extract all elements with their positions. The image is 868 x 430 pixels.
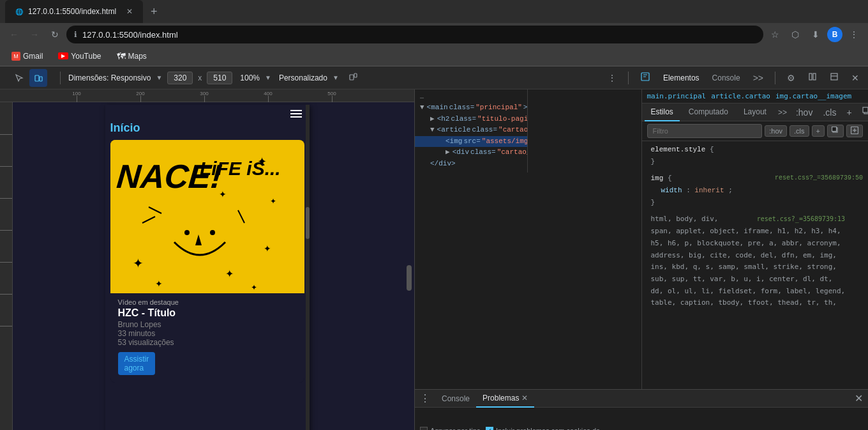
tab-layout[interactable]: Layout [737, 104, 773, 121]
svg-rect-1 [40, 77, 42, 81]
bookmark-maps[interactable]: 🗺 Maps [113, 50, 151, 63]
inspector-icons [5, 69, 52, 87]
new-rule-button-2[interactable] [846, 125, 863, 137]
inspect-element-button[interactable] [10, 69, 28, 87]
maps-label: Maps [128, 52, 147, 61]
tree-line-h2[interactable]: ▶ <h2 class= "titulo-pagina" > Início </… [415, 114, 527, 125]
reload-button[interactable]: ↻ [46, 26, 64, 43]
styles-panel-container: main.principal article.cartao img.cartao… [641, 89, 869, 389]
address-bar[interactable]: ℹ 127.0.0.1:5500/index.html [66, 26, 763, 43]
width-value[interactable]: 320 [167, 72, 193, 84]
forward-button[interactable]: → [26, 26, 43, 43]
filter-input[interactable] [647, 124, 763, 138]
device-scrollbar-thumb[interactable] [306, 207, 310, 239]
console-close-button[interactable]: ✕ [855, 392, 863, 404]
extension-button[interactable]: ⬡ [786, 26, 804, 43]
ruler-mark-400 [268, 96, 269, 102]
card-views: 53 visualizações [118, 338, 297, 347]
devtools-dock-button[interactable] [826, 71, 842, 84]
tree-line-main[interactable]: ▼ <main class= "principal" > [415, 102, 527, 114]
bookmarks-bar: M Gmail ▶ YouTube 🗺 Maps [0, 46, 868, 66]
devtools-vertical-button[interactable] [804, 71, 821, 84]
device-frame: Início NACE! [105, 105, 310, 430]
svg-rect-3 [354, 73, 357, 77]
tree-attr-name-main: class= [449, 102, 475, 114]
tab-estilos[interactable]: Estilos [645, 104, 680, 121]
rotate-button[interactable] [344, 70, 362, 85]
hamburger-icon[interactable] [290, 110, 302, 118]
lock-icon: ℹ [74, 30, 77, 39]
svg-text:✦: ✦ [225, 268, 234, 279]
tab-problemas[interactable]: Problemas ✕ [476, 390, 534, 408]
tree-tag-main: <main [427, 102, 448, 114]
browser-tab[interactable]: 🌐 127.0.0.1:5500/index.html ✕ [5, 0, 143, 23]
agrupar-checkbox[interactable] [420, 427, 428, 431]
ruler-mark-300 [204, 96, 205, 102]
new-tab-button[interactable]: + [146, 5, 163, 19]
incluir-label: Incluir problemas com cookies de [496, 427, 600, 431]
devtools-main: … ▼ <main class= "principal" > ▶ <h2 cla… [415, 89, 868, 389]
checkbox-incluir[interactable]: ✓ Incluir problemas com cookies de [486, 427, 600, 431]
bookmark-youtube[interactable]: ▶ YouTube [54, 50, 105, 62]
cls-button[interactable]: .cls [819, 105, 840, 119]
devtools-settings-button[interactable]: ⚙ [783, 72, 799, 84]
device-toolbar-button[interactable] [29, 69, 47, 87]
devtools-more-tabs[interactable]: >> [749, 72, 767, 84]
tab-close[interactable]: ✕ [126, 7, 133, 16]
devtools-close-button[interactable]: ✕ [848, 72, 863, 84]
tab-more-styles[interactable]: >> [775, 108, 789, 117]
star-button[interactable]: ☆ [766, 26, 784, 43]
bc-item-img[interactable]: img.cartao__imagem [775, 92, 851, 100]
devtools-more-button[interactable]: ⋮ [604, 72, 620, 84]
ruler-horizontal: 100 200 300 400 500 [0, 89, 414, 102]
gmail-icon: M [11, 52, 20, 61]
tree-line-article[interactable]: ▼ <article class= "cartao" > [415, 125, 527, 136]
ruler-label-500: 500 [327, 91, 336, 96]
svg-text:✦: ✦ [257, 155, 267, 168]
bc-item-article[interactable]: article.cartao [711, 92, 770, 100]
custom-label: Personalizado [279, 73, 327, 82]
bookmark-gmail[interactable]: M Gmail [8, 50, 47, 62]
devtools-console-tab-text[interactable]: Console [708, 72, 744, 84]
copy-style-button[interactable] [858, 105, 868, 119]
page-titulo: Início [110, 121, 304, 135]
tree-arrow-main[interactable]: ▼ [420, 102, 424, 114]
svg-rect-5 [809, 73, 812, 80]
tree-line-close-div: </div> [415, 158, 527, 170]
tree-attr-val-main: "principal" [475, 102, 522, 114]
add-filter-button[interactable]: + [812, 125, 825, 137]
tab-console[interactable]: Console [435, 390, 476, 408]
bc-item-main[interactable]: main.principal [647, 92, 707, 100]
svg-rect-7 [831, 73, 837, 80]
cls-filter-button[interactable]: .cls [789, 125, 809, 137]
incluir-checkbox[interactable]: ✓ [486, 427, 493, 431]
tree-line-div[interactable]: ▶ <div class= "cartao__conteudo" > … </d… [415, 147, 527, 158]
back-button[interactable]: ← [5, 26, 23, 43]
hover-button[interactable]: :hov [792, 105, 816, 119]
tree-line-img[interactable]: <img src= "assets/img/banner-mobile_1.p … [415, 136, 527, 148]
css-rules: element.style { } img { reset.css?_=3568… [642, 141, 869, 389]
height-value[interactable]: 510 [207, 72, 232, 84]
svg-text:✦: ✦ [155, 279, 163, 289]
resize-handle[interactable] [407, 265, 412, 291]
chrome-menu-button[interactable]: ⋮ [845, 26, 863, 43]
svg-text:✦: ✦ [270, 197, 276, 206]
download-button[interactable]: ⬇ [807, 26, 825, 43]
devtools-elements-tab-text[interactable]: Elementos [659, 72, 703, 84]
youtube-icon: ▶ [58, 52, 68, 59]
copy-computed-button[interactable] [827, 125, 844, 137]
css-rule-element-style: element.style { } [647, 144, 864, 167]
card-button[interactable]: Assistiragora [118, 352, 156, 375]
profile-button[interactable]: B [827, 27, 842, 42]
hover-filter-button[interactable]: :hov [765, 125, 787, 137]
devtools-elements-tab[interactable] [636, 70, 654, 85]
youtube-label: YouTube [71, 52, 101, 61]
console-tabs-bar: ⋮ Console Problemas ✕ ✕ [415, 390, 868, 408]
problemas-close[interactable]: ✕ [521, 394, 528, 403]
card-author: Bruno Lopes [118, 320, 297, 329]
tab-computado[interactable]: Computado [682, 104, 735, 121]
console-dots-btn[interactable]: ⋮ [420, 392, 430, 404]
add-style-button[interactable]: + [842, 105, 855, 119]
card-image: NACE! LiFE iS... ✦ ✦ ✦ [110, 140, 304, 293]
checkbox-agrupar[interactable]: Agrupar por tipo [420, 427, 481, 431]
